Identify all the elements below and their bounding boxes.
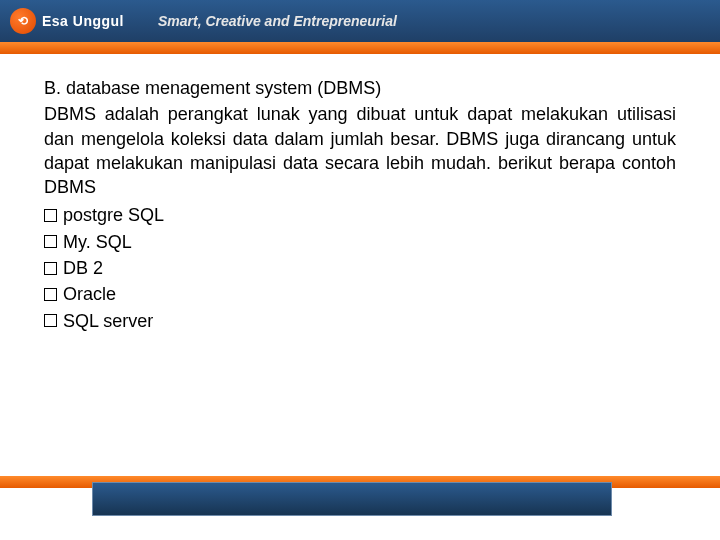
list-item-label: My. SQL bbox=[63, 230, 132, 254]
section-heading: B. database menagement system (DBMS) bbox=[44, 76, 676, 100]
square-bullet-icon bbox=[44, 314, 57, 327]
square-bullet-icon bbox=[44, 262, 57, 275]
square-bullet-icon bbox=[44, 209, 57, 222]
list-item-label: SQL server bbox=[63, 309, 153, 333]
slide-content: B. database menagement system (DBMS) DBM… bbox=[0, 54, 720, 333]
logo-icon: ⟲ bbox=[10, 8, 36, 34]
list-item-label: DB 2 bbox=[63, 256, 103, 280]
square-bullet-icon bbox=[44, 288, 57, 301]
footer-panel bbox=[92, 482, 612, 516]
header-bar: ⟲ Esa Unggul Smart, Creative and Entrepr… bbox=[0, 0, 720, 42]
logo-text: Esa Unggul bbox=[42, 13, 124, 29]
list-item-label: Oracle bbox=[63, 282, 116, 306]
list-item: postgre SQL bbox=[44, 203, 676, 227]
dbms-list: postgre SQL My. SQL DB 2 Oracle SQL serv… bbox=[44, 203, 676, 332]
logo-area: ⟲ Esa Unggul bbox=[10, 8, 124, 34]
square-bullet-icon bbox=[44, 235, 57, 248]
list-item: My. SQL bbox=[44, 230, 676, 254]
list-item: Oracle bbox=[44, 282, 676, 306]
tagline: Smart, Creative and Entrepreneurial bbox=[158, 13, 397, 29]
list-item-label: postgre SQL bbox=[63, 203, 164, 227]
list-item: SQL server bbox=[44, 309, 676, 333]
list-item: DB 2 bbox=[44, 256, 676, 280]
body-paragraph: DBMS adalah perangkat lunak yang dibuat … bbox=[44, 102, 676, 199]
footer-band bbox=[0, 476, 720, 522]
header-accent-bar bbox=[0, 42, 720, 54]
